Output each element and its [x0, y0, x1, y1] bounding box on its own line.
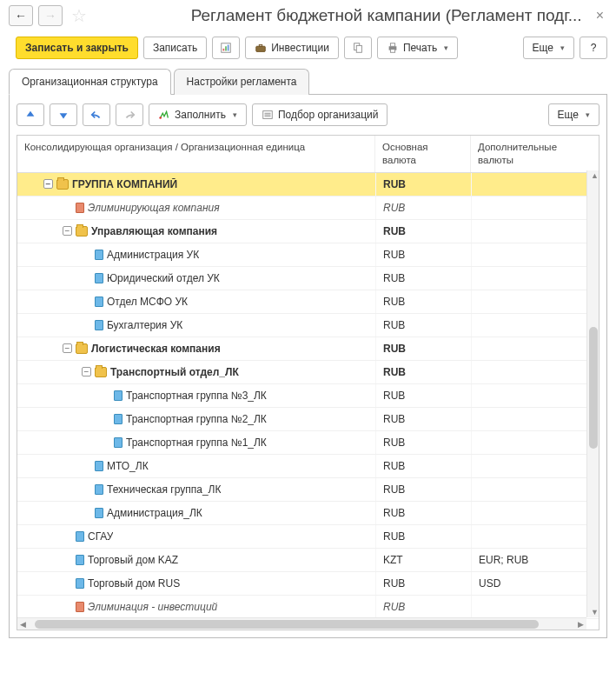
save-and-close-button[interactable]: Записать и закрыть [16, 37, 138, 59]
table-row[interactable]: Транспортная группа №1_ЛКRUB [17, 431, 599, 455]
currency-cell: RUB [375, 314, 471, 336]
pick-orgs-button[interactable]: Подбор организаций [252, 103, 388, 126]
list-icon [262, 109, 274, 121]
fill-label: Заполнить [175, 109, 226, 121]
folder-icon [76, 343, 88, 354]
extra-currency-cell [471, 408, 599, 430]
tab-reglament-settings[interactable]: Настройки регламента [174, 69, 310, 95]
org-name: Транспортный отдел_ЛК [110, 366, 239, 378]
col-header-org[interactable]: Консолидирующая организация / Организаци… [17, 136, 375, 172]
org-item-icon [95, 320, 103, 330]
printer-icon [387, 42, 399, 54]
table-row[interactable]: Администрация_ЛКRUB [17, 502, 599, 525]
table-row[interactable]: Отдел МСФО УКRUB [17, 290, 599, 314]
org-item-icon [95, 461, 103, 471]
table-row[interactable]: −ГРУППА КОМПАНИЙRUB [17, 173, 599, 197]
org-name: Администрация УК [107, 249, 199, 261]
currency-cell: RUB [375, 384, 471, 407]
org-name: Техническая группа_ЛК [107, 483, 221, 496]
table-row[interactable]: Транспортная группа №2_ЛКRUB [17, 408, 599, 431]
table-row[interactable]: Торговый дом RUSRUBUSD [17, 572, 599, 596]
currency-cell: RUB [375, 173, 471, 196]
col-header-extra-currency[interactable]: Дополнительные валюты [471, 136, 599, 172]
move-up-button[interactable] [17, 103, 44, 126]
scroll-left-icon: ◀ [20, 620, 26, 629]
vertical-scrollbar[interactable]: ▲ ▼ [586, 170, 599, 617]
table-row[interactable]: СГАУRUB [17, 525, 599, 549]
svg-rect-4 [256, 46, 266, 51]
org-item-icon [95, 273, 103, 283]
currency-cell: RUB [375, 197, 471, 219]
nav-forward-button[interactable]: → [38, 5, 63, 26]
sub-more-button[interactable]: Еще [548, 103, 599, 126]
report-icon [220, 42, 232, 54]
extra-currency-cell: EUR; RUB [471, 549, 599, 571]
col-header-currency[interactable]: Основная валюта [375, 136, 471, 172]
move-down-button[interactable] [50, 103, 77, 126]
org-item-icon [95, 250, 103, 260]
copy-button[interactable] [344, 37, 372, 59]
extra-currency-cell [471, 337, 599, 360]
org-item-icon [114, 437, 123, 448]
currency-cell: RUB [375, 267, 471, 290]
tree-expander-icon[interactable]: − [82, 367, 91, 376]
extra-currency-cell [471, 220, 599, 243]
extra-currency-cell: USD [471, 572, 599, 595]
tree-expander-icon[interactable]: − [63, 226, 72, 236]
save-button[interactable]: Записать [143, 37, 207, 59]
horizontal-scrollbar[interactable]: ◀ ▶ [17, 617, 586, 630]
redo-icon [123, 109, 136, 121]
tab-org-structure[interactable]: Организационная структура [9, 69, 171, 95]
org-name: Администрация_ЛК [107, 507, 202, 519]
favorite-star-icon[interactable]: ☆ [71, 5, 87, 26]
table-row[interactable]: −Транспортный отдел_ЛКRUB [17, 361, 599, 384]
tab-content: Заполнить Подбор организаций Еще Консоли… [9, 95, 607, 638]
more-button[interactable]: Еще [523, 37, 574, 59]
tree-expander-icon[interactable]: − [43, 179, 53, 189]
window-title: Регламент бюджетной кампании (Регламент … [96, 6, 587, 25]
org-name: Транспортная группа №1_ЛК [126, 436, 267, 449]
extra-currency-cell [471, 243, 599, 266]
table-row[interactable]: Элиминация - инвестицийRUB [17, 596, 599, 619]
close-icon[interactable]: × [593, 8, 607, 23]
table-row[interactable]: Элиминирующая компанияRUB [17, 197, 599, 220]
table-row[interactable]: −Управляющая компанияRUB [17, 220, 599, 243]
table-row[interactable]: Администрация УКRUB [17, 243, 599, 267]
org-tree-table: Консолидирующая организация / Организаци… [17, 135, 599, 630]
org-name: Отдел МСФО УК [107, 296, 188, 308]
extra-currency-cell [471, 384, 599, 407]
folder-icon [95, 367, 107, 377]
report-button[interactable] [212, 37, 240, 59]
table-row[interactable]: Транспортная группа №3_ЛКRUB [17, 384, 599, 408]
tree-expander-icon[interactable]: − [63, 343, 72, 353]
table-row[interactable]: −Логистическая компанияRUB [17, 337, 599, 361]
currency-cell: RUB [375, 408, 471, 430]
table-row[interactable]: Торговый дом KAZKZTEUR; RUB [17, 549, 599, 572]
table-row[interactable]: Техническая группа_ЛКRUB [17, 478, 599, 502]
fill-button[interactable]: Заполнить [149, 103, 247, 126]
scroll-right-icon: ▶ [578, 620, 584, 629]
copy-icon [352, 42, 364, 54]
svg-rect-2 [225, 46, 227, 50]
extra-currency-cell [471, 314, 599, 336]
currency-cell: KZT [375, 549, 471, 571]
investments-button[interactable]: Инвестиции [245, 37, 339, 59]
table-row[interactable]: МТО_ЛКRUB [17, 455, 599, 478]
nav-back-button[interactable]: ← [9, 5, 33, 26]
help-button[interactable]: ? [580, 37, 607, 59]
undo-button[interactable] [83, 103, 110, 126]
svg-rect-10 [390, 50, 394, 53]
extra-currency-cell [471, 267, 599, 290]
print-label: Печать [403, 42, 437, 54]
elimination-icon [76, 602, 84, 612]
horizontal-scroll-thumb[interactable] [35, 620, 539, 629]
redo-button[interactable] [116, 103, 143, 126]
print-button[interactable]: Печать [377, 37, 458, 59]
vertical-scroll-thumb[interactable] [589, 327, 598, 449]
table-row[interactable]: Юридический отдел УКRUB [17, 267, 599, 290]
extra-currency-cell [471, 502, 599, 524]
undo-icon [90, 109, 103, 121]
org-name: Транспортная группа №2_ЛК [126, 413, 267, 425]
table-row[interactable]: Бухгалтерия УКRUB [17, 314, 599, 337]
tab-bar: Организационная структура Настройки регл… [9, 68, 607, 95]
